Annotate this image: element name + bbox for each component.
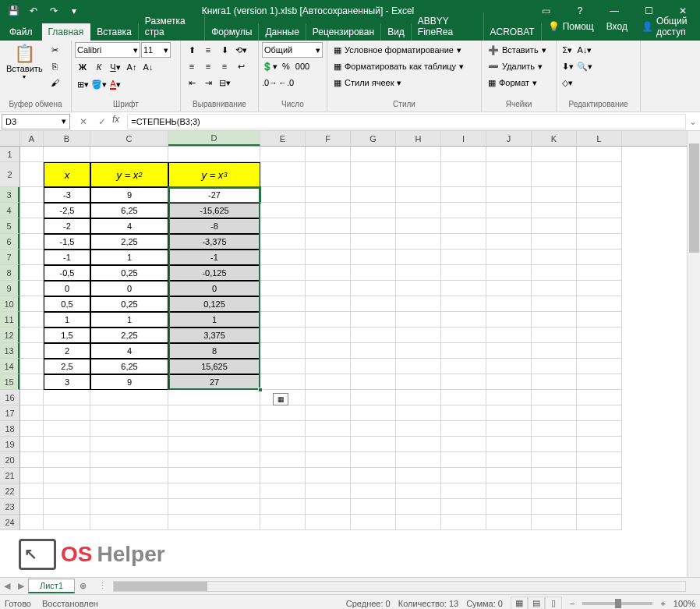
cell[interactable] (486, 234, 532, 250)
cell[interactable] (396, 468, 441, 483)
cell[interactable] (306, 390, 351, 405)
cell[interactable] (396, 281, 441, 296)
row-header-22[interactable]: 22 (0, 483, 19, 499)
cell[interactable] (351, 234, 396, 250)
cell[interactable] (351, 218, 396, 234)
row-header-18[interactable]: 18 (0, 421, 19, 437)
row-header-10[interactable]: 10 (0, 296, 19, 312)
cell[interactable]: -0,5 (44, 265, 90, 281)
cell[interactable] (532, 421, 577, 437)
tab-insert[interactable]: Вставка (90, 23, 139, 41)
sort-filter-icon[interactable]: A↓▾ (577, 42, 592, 58)
cell[interactable] (441, 374, 486, 390)
cell[interactable]: -0,125 (168, 265, 260, 281)
tab-file[interactable]: Файл (0, 23, 42, 41)
align-right-icon[interactable]: ≡ (217, 58, 232, 74)
cell[interactable]: 0 (44, 281, 90, 296)
cell[interactable] (486, 187, 532, 203)
col-header-F[interactable]: F (306, 131, 351, 146)
col-header-I[interactable]: I (441, 131, 486, 146)
cell[interactable] (306, 234, 351, 250)
formula-input[interactable]: =СТЕПЕНЬ(B3;3) (127, 114, 686, 129)
row-header-12[interactable]: 12 (0, 328, 19, 343)
cell[interactable] (168, 147, 260, 162)
cell[interactable] (532, 437, 577, 452)
cell[interactable] (351, 250, 396, 265)
cell[interactable]: 2,5 (44, 359, 90, 374)
login-link[interactable]: Вход (600, 18, 634, 35)
tab-home[interactable]: Главная (42, 23, 91, 41)
cell[interactable] (351, 374, 396, 390)
cell[interactable] (441, 265, 486, 281)
cell[interactable] (260, 250, 306, 265)
row-header-2[interactable]: 2 (0, 162, 19, 187)
cell[interactable] (20, 250, 44, 265)
cell[interactable] (441, 499, 486, 515)
cell[interactable] (20, 312, 44, 328)
cell[interactable]: 3 (44, 374, 90, 390)
cell[interactable] (44, 147, 90, 162)
cell[interactable] (396, 437, 441, 452)
cell[interactable] (260, 312, 306, 328)
cell[interactable]: -1,5 (44, 234, 90, 250)
cell[interactable] (260, 405, 306, 421)
cell[interactable] (532, 343, 577, 359)
cell[interactable] (306, 421, 351, 437)
zoom-out-icon[interactable]: − (570, 599, 574, 608)
cell[interactable] (532, 390, 577, 405)
cell[interactable] (486, 405, 532, 421)
select-all-corner[interactable] (0, 131, 20, 147)
cell[interactable]: -15,625 (168, 203, 260, 218)
cell[interactable] (20, 374, 44, 390)
row-header-1[interactable]: 1 (0, 147, 19, 162)
cancel-formula-icon[interactable]: ✕ (75, 114, 92, 129)
cell[interactable] (532, 265, 577, 281)
cell[interactable] (532, 187, 577, 203)
increase-indent-icon[interactable]: ⇥ (200, 75, 216, 90)
row-header-21[interactable]: 21 (0, 468, 19, 483)
cell[interactable] (351, 312, 396, 328)
cell[interactable] (260, 234, 306, 250)
tell-me[interactable]: 💡Помощ (542, 18, 600, 35)
cell[interactable] (20, 328, 44, 343)
row-header-8[interactable]: 8 (0, 265, 19, 281)
cell[interactable] (351, 265, 396, 281)
vertical-scrollbar[interactable] (687, 131, 700, 577)
cell[interactable] (20, 296, 44, 312)
col-header-B[interactable]: B (44, 131, 90, 146)
cell[interactable] (441, 187, 486, 203)
cell[interactable] (396, 359, 441, 374)
col-header-J[interactable]: J (486, 131, 532, 146)
cell[interactable]: -3 (44, 187, 90, 203)
cell[interactable] (441, 390, 486, 405)
row-header-24[interactable]: 24 (0, 515, 19, 530)
format-painter-icon[interactable]: 🖌 (48, 75, 63, 90)
col-header-C[interactable]: C (90, 131, 168, 146)
cell[interactable] (396, 328, 441, 343)
cell[interactable] (90, 468, 168, 483)
cell[interactable] (168, 390, 260, 405)
save-icon[interactable]: 💾 (5, 2, 22, 19)
cell[interactable] (351, 483, 396, 499)
cell[interactable] (260, 343, 306, 359)
col-header-D[interactable]: D (168, 131, 260, 146)
format-as-table-button[interactable]: ▦Форматировать как таблицу▾ (331, 58, 467, 74)
cell[interactable]: 1,5 (44, 328, 90, 343)
cell[interactable] (168, 483, 260, 499)
row-header-14[interactable]: 14 (0, 359, 19, 374)
cell[interactable] (532, 405, 577, 421)
cell[interactable] (441, 515, 486, 530)
cell[interactable] (577, 147, 622, 162)
fill-color-icon[interactable]: 🪣▾ (91, 76, 107, 92)
cell[interactable] (20, 452, 44, 468)
cell[interactable] (396, 250, 441, 265)
cell[interactable]: 2,25 (90, 234, 168, 250)
cell[interactable] (532, 374, 577, 390)
cell[interactable] (577, 203, 622, 218)
cell[interactable] (577, 281, 622, 296)
cell[interactable] (486, 483, 532, 499)
find-icon[interactable]: 🔍▾ (577, 58, 592, 74)
cell[interactable] (396, 483, 441, 499)
cell[interactable] (486, 218, 532, 234)
cell[interactable] (44, 468, 90, 483)
